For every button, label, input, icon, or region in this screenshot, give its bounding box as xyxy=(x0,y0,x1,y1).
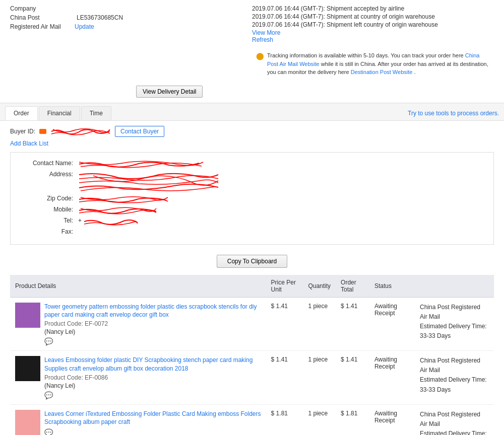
view-more-link[interactable]: View More xyxy=(252,29,494,36)
address-box: Contact Name: Address: xyxy=(10,152,494,245)
shipping-info: China Post Registered Air MailEstimated … xyxy=(420,356,489,395)
dest-post-link[interactable]: Destination Post Website xyxy=(351,69,413,75)
col-product-details: Product Details xyxy=(10,275,266,298)
status-cell: Awaiting Receipt xyxy=(369,297,415,351)
product-info: Leaves Embossing folder plastic DIY Scra… xyxy=(44,356,261,399)
tel-label: Tel: xyxy=(18,217,78,226)
fax-row: Fax: xyxy=(18,228,486,235)
message-icon[interactable]: 💬 xyxy=(44,428,261,435)
product-title-link[interactable]: Leaves Embossing folder plastic DIY Scra… xyxy=(44,356,253,372)
product-code: Product Code: EF-0086 xyxy=(44,374,261,381)
name-scribble xyxy=(50,127,111,136)
provider-label: China Post xyxy=(10,14,71,21)
tab-time[interactable]: Time xyxy=(81,106,111,120)
product-details-cell: Tower geometry pattern embossing folder … xyxy=(10,297,266,351)
company-label: Company xyxy=(10,5,71,12)
address-value xyxy=(78,171,219,193)
tabs-row: Order Financial Time Try to use tools to… xyxy=(0,103,504,121)
table-row: Leaves Embossing folder plastic DIY Scra… xyxy=(10,351,494,405)
tracking-number: LE536730685CN xyxy=(77,14,123,21)
total-cell: $ 1.41 xyxy=(336,351,369,405)
add-blacklist-link[interactable]: Add Black List xyxy=(10,140,494,147)
col-shipping-method xyxy=(415,275,494,298)
copy-btn-row: Copy To Clipboard xyxy=(10,250,494,273)
product-code: Product Code: EF-0072 xyxy=(44,320,261,327)
tabs-left: Order Financial Time xyxy=(5,106,112,120)
address-scribble xyxy=(78,171,219,193)
mobile-value xyxy=(78,206,159,215)
mobile-scribble xyxy=(78,206,159,215)
buyer-id-label: Buyer ID: xyxy=(10,128,35,135)
mail-type-label: Registered Air Mail xyxy=(10,23,71,30)
product-image xyxy=(15,356,40,381)
product-seller: (Nancy Lei) xyxy=(44,382,261,389)
price-cell: $ 1.41 xyxy=(266,297,303,351)
zip-value xyxy=(78,195,169,204)
product-seller: (Nancy Lei) xyxy=(44,328,261,335)
mobile-label: Mobile: xyxy=(18,206,78,215)
col-status: Status xyxy=(369,275,415,298)
price-cell: $ 1.81 xyxy=(266,404,303,435)
total-cell: $ 1.81 xyxy=(336,404,369,435)
info-icon: ⬤ xyxy=(256,52,264,77)
product-image xyxy=(15,410,40,435)
info-box: ⬤ Tracking information is available with… xyxy=(252,47,494,81)
contact-name-value xyxy=(78,160,204,169)
table-row: Tower geometry pattern embossing folder … xyxy=(10,297,494,351)
shipping-method-cell: China Post Registered Air MailEstimated … xyxy=(415,351,494,405)
address-row-field: Address: xyxy=(18,171,486,193)
tel-scribble xyxy=(83,217,139,226)
status-text: Awaiting Receipt xyxy=(374,303,397,317)
product-info: Tower geometry pattern embossing folder … xyxy=(44,303,261,346)
message-icon[interactable]: 💬 xyxy=(44,337,261,345)
shipping-method-cell: China Post Registered Air MailEstimated … xyxy=(415,404,494,435)
table-row: Leaves Corner iTextured Embossing Folder… xyxy=(10,404,494,435)
tel-row: Tel: + xyxy=(18,217,486,226)
tab-financial[interactable]: Financial xyxy=(39,106,80,120)
product-title-link[interactable]: Tower geometry pattern embossing folder … xyxy=(44,303,257,319)
col-price: Price Per Unit xyxy=(266,275,303,298)
product-details-cell: Leaves Corner iTextured Embossing Folder… xyxy=(10,404,266,435)
mobile-row: Mobile: xyxy=(18,206,486,215)
shipping-info: China Post Registered Air MailEstimated … xyxy=(420,410,489,435)
tool-link[interactable]: Try to use tools to process orders. xyxy=(408,110,504,117)
contact-name-row: Contact Name: xyxy=(18,160,486,169)
copy-to-clipboard-button[interactable]: Copy To Clipboard xyxy=(217,255,288,268)
product-title-link[interactable]: Leaves Corner iTextured Embossing Folder… xyxy=(44,410,261,426)
product-image xyxy=(15,303,40,328)
contact-name-label: Contact Name: xyxy=(18,160,78,169)
shipping-section: Company China Post LE536730685CN Registe… xyxy=(0,0,504,103)
status-text: Awaiting Receipt xyxy=(374,356,397,370)
message-icon[interactable]: 💬 xyxy=(44,391,261,399)
quantity-cell: 1 piece xyxy=(303,351,336,405)
update-link[interactable]: Update xyxy=(75,23,94,30)
total-cell: $ 1.41 xyxy=(336,297,369,351)
tracking-event-1: 2019.07.06 16:44 (GMT-7): Shipment accep… xyxy=(252,5,494,12)
buyer-row: Buyer ID: Contact Buyer xyxy=(10,126,494,137)
status-cell: Awaiting Receipt xyxy=(369,351,415,405)
product-info: Leaves Corner iTextured Embossing Folder… xyxy=(44,410,261,435)
tracking-event-2: 2019.07.06 16:44 (GMT-7): Shipment at co… xyxy=(252,13,494,20)
address-label: Address: xyxy=(18,171,78,193)
buyer-id-icon xyxy=(39,129,46,134)
product-table: Product Details Price Per Unit Quantity … xyxy=(10,275,494,436)
fax-label: Fax: xyxy=(18,228,78,235)
order-section: Buyer ID: Contact Buyer Add Black List C… xyxy=(0,121,504,436)
tel-value: + xyxy=(78,217,139,226)
view-delivery-btn-row: View Delivery Detail xyxy=(136,86,494,98)
tab-order[interactable]: Order xyxy=(5,106,38,120)
price-cell: $ 1.41 xyxy=(266,351,303,405)
refresh-link[interactable]: Refresh xyxy=(252,36,273,43)
product-details-cell: Leaves Embossing folder plastic DIY Scra… xyxy=(10,351,266,405)
quantity-cell: 1 piece xyxy=(303,404,336,435)
col-total: Order Total xyxy=(336,275,369,298)
quantity-cell: 1 piece xyxy=(303,297,336,351)
contact-buyer-button[interactable]: Contact Buyer xyxy=(115,126,164,137)
view-delivery-button[interactable]: View Delivery Detail xyxy=(136,86,203,98)
zip-row: Zip Code: xyxy=(18,195,486,204)
tracking-event-3: 2019.07.06 16:44 (GMT-7): Shipment left … xyxy=(252,21,494,28)
tracking-events: 2019.07.06 16:44 (GMT-7): Shipment accep… xyxy=(252,5,494,81)
status-text: Awaiting Receipt xyxy=(374,410,397,424)
shipping-method-cell: China Post Registered Air MailEstimated … xyxy=(415,297,494,351)
zip-scribble xyxy=(78,195,169,204)
